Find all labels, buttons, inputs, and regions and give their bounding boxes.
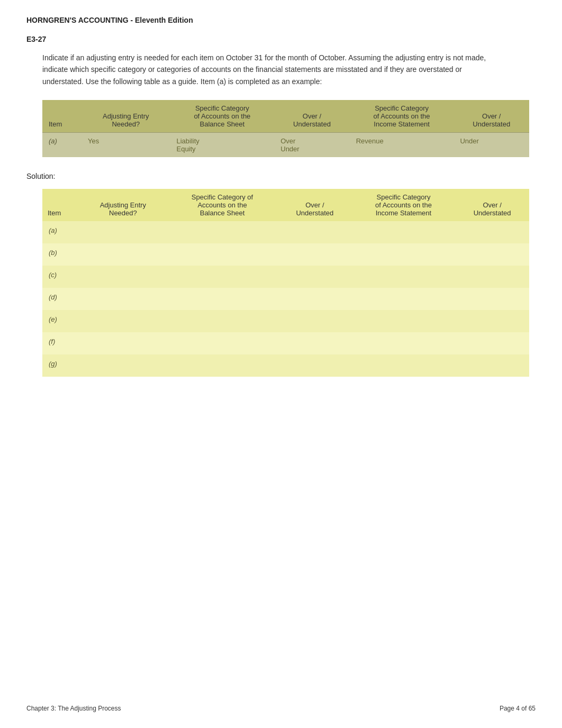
header-title: HORNGREN'S ACCOUNTING - Eleventh Edition (26, 16, 193, 24)
solution-cell-6-balance_sheet[interactable] (167, 354, 278, 377)
solution-cell-0-balance_sheet[interactable] (167, 221, 278, 243)
example-item-a-balance-sheet: LiabilityEquity (170, 133, 274, 158)
solution-cell-3-balance_sheet[interactable] (167, 288, 278, 310)
page-header: HORNGREN'S ACCOUNTING - Eleventh Edition (26, 16, 536, 24)
footer-left: Chapter 3: The Adjusting Process (26, 705, 121, 712)
solution-cell-3-item: (d) (42, 288, 79, 310)
solution-cell-6-over_under_bs[interactable] (278, 354, 352, 377)
solution-table: Item Adjusting EntryNeeded? Specific Cat… (42, 189, 529, 377)
solution-cell-2-adjusting[interactable] (79, 266, 167, 288)
solution-cell-4-item: (e) (42, 310, 79, 332)
solution-cell-5-item: (f) (42, 332, 79, 354)
solution-col-over-under-bs: Over /Understated (278, 189, 352, 221)
example-col-over-under-bs: Over /Understated (274, 100, 349, 133)
solution-cell-3-income_stmt[interactable] (352, 288, 455, 310)
exercise-id: E3-27 (26, 35, 536, 43)
footer-right: Page 4 of 65 (500, 705, 536, 712)
solution-cell-0-item: (a) (42, 221, 79, 243)
solution-cell-1-item: (b) (42, 243, 79, 266)
solution-cell-4-adjusting[interactable] (79, 310, 167, 332)
solution-label: Solution: (26, 172, 536, 180)
solution-cell-3-over_under_bs[interactable] (278, 288, 352, 310)
solution-cell-0-income_stmt[interactable] (352, 221, 455, 243)
solution-col-balance-sheet: Specific Category ofAccounts on theBalan… (167, 189, 278, 221)
solution-cell-2-item: (c) (42, 266, 79, 288)
example-col-adjusting: Adjusting EntryNeeded? (81, 100, 170, 133)
solution-cell-6-item: (g) (42, 354, 79, 377)
solution-cell-4-over_under_bs[interactable] (278, 310, 352, 332)
solution-cell-4-income_stmt[interactable] (352, 310, 455, 332)
solution-cell-5-over_under_is[interactable] (455, 332, 529, 354)
solution-cell-0-over_under_bs[interactable] (278, 221, 352, 243)
solution-cell-1-adjusting[interactable] (79, 243, 167, 266)
solution-row-b: (b) (42, 243, 529, 266)
example-col-balance-sheet: Specific Categoryof Accounts on theBalan… (170, 100, 274, 133)
example-item-a-label: (a) (42, 133, 81, 158)
example-item-a-adjusting: Yes (81, 133, 170, 158)
solution-cell-4-balance_sheet[interactable] (167, 310, 278, 332)
solution-cell-3-over_under_is[interactable] (455, 288, 529, 310)
solution-cell-1-income_stmt[interactable] (352, 243, 455, 266)
solution-cell-2-balance_sheet[interactable] (167, 266, 278, 288)
solution-cell-2-income_stmt[interactable] (352, 266, 455, 288)
solution-col-adjusting: Adjusting EntryNeeded? (79, 189, 167, 221)
solution-cell-1-over_under_bs[interactable] (278, 243, 352, 266)
solution-table-wrapper: Item Adjusting EntryNeeded? Specific Cat… (42, 189, 536, 377)
solution-cell-6-over_under_is[interactable] (455, 354, 529, 377)
solution-row-f: (f) (42, 332, 529, 354)
example-col-over-under-is: Over /Understated (454, 100, 529, 133)
solution-cell-2-over_under_bs[interactable] (278, 266, 352, 288)
solution-cell-0-adjusting[interactable] (79, 221, 167, 243)
solution-cell-1-balance_sheet[interactable] (167, 243, 278, 266)
solution-row-c: (c) (42, 266, 529, 288)
example-item-a-income-stmt: Revenue (350, 133, 454, 158)
solution-cell-3-adjusting[interactable] (79, 288, 167, 310)
solution-col-income-stmt: Specific Categoryof Accounts on theIncom… (352, 189, 455, 221)
example-table-wrapper: Item Adjusting EntryNeeded? Specific Cat… (42, 100, 536, 157)
example-row-a: (a) Yes LiabilityEquity OverUnder Revenu… (42, 133, 529, 158)
solution-cell-6-adjusting[interactable] (79, 354, 167, 377)
solution-col-over-under-is: Over /Understated (455, 189, 529, 221)
solution-row-a: (a) (42, 221, 529, 243)
solution-cell-5-income_stmt[interactable] (352, 332, 455, 354)
solution-cell-5-adjusting[interactable] (79, 332, 167, 354)
example-item-a-over-under-is: Under (454, 133, 529, 158)
solution-row-d: (d) (42, 288, 529, 310)
instructions-text: Indicate if an adjusting entry is needed… (42, 52, 492, 87)
example-col-income-stmt: Specific Categoryof Accounts on theIncom… (350, 100, 454, 133)
solution-row-e: (e) (42, 310, 529, 332)
page-footer: Chapter 3: The Adjusting Process Page 4 … (26, 705, 536, 712)
solution-cell-0-over_under_is[interactable] (455, 221, 529, 243)
solution-cell-2-over_under_is[interactable] (455, 266, 529, 288)
solution-cell-5-balance_sheet[interactable] (167, 332, 278, 354)
solution-col-item: Item (42, 189, 79, 221)
solution-cell-5-over_under_bs[interactable] (278, 332, 352, 354)
solution-row-g: (g) (42, 354, 529, 377)
example-col-item: Item (42, 100, 81, 133)
solution-cell-4-over_under_is[interactable] (455, 310, 529, 332)
example-table: Item Adjusting EntryNeeded? Specific Cat… (42, 100, 529, 157)
example-item-a-over-under-bs: OverUnder (274, 133, 349, 158)
solution-cell-6-income_stmt[interactable] (352, 354, 455, 377)
solution-cell-1-over_under_is[interactable] (455, 243, 529, 266)
